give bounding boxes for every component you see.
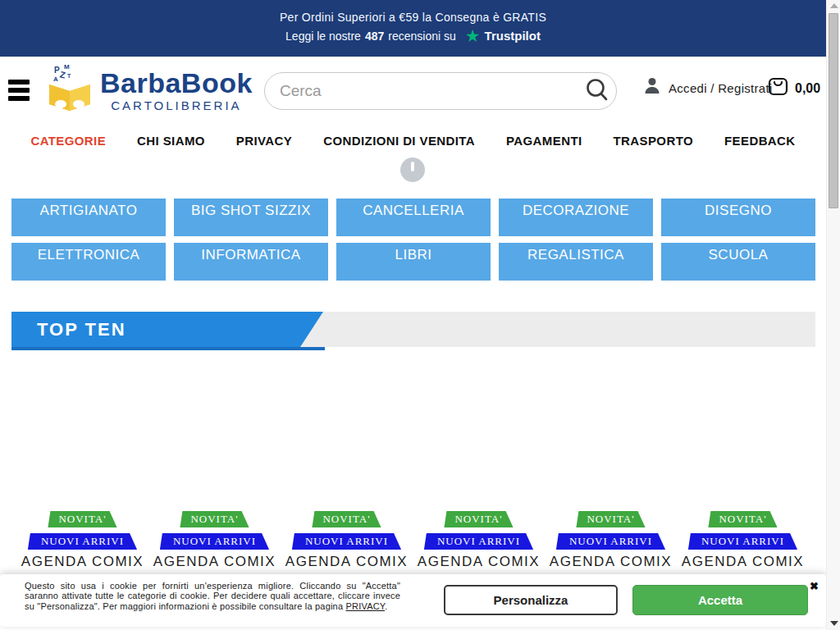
reviews-suffix: recensioni su [388, 30, 456, 43]
cart-bag-icon [768, 76, 788, 100]
category-tile-artigianato[interactable]: ARTIGIANATO [11, 199, 166, 236]
reviews-count: 487 [365, 30, 384, 43]
nav-item-trasporto[interactable]: TRASPORTO [614, 134, 694, 148]
product-image [682, 361, 805, 509]
cookie-consent-bar: Questo sito usa i cookie per fornirti un… [0, 574, 826, 627]
badge-nuovi-arrivi: NUOVI ARRIVI [28, 533, 137, 550]
product-image [285, 361, 409, 509]
badge-nuovi-arrivi: NUOVI ARRIVI [688, 533, 797, 550]
badge-novita: NOVITA' [708, 511, 777, 527]
promo-text: Per Ordini Superiori a €59 la Consegna è… [0, 0, 826, 24]
product-card[interactable]: NOVITA' NUOVI ARRIVI AGENDA COMIX [413, 361, 545, 570]
section-title: TOP TEN [11, 319, 126, 340]
cookie-text: Questo sito usa i cookie per fornirti un… [25, 581, 400, 611]
category-tile-elettronica[interactable]: ELETTRONICA [11, 243, 166, 281]
top-ten-underline [11, 347, 325, 350]
search-bar [264, 72, 617, 110]
category-tile-disegno[interactable]: DISEGNO [661, 199, 815, 236]
privacy-link[interactable]: PRIVACY [346, 601, 385, 611]
cookie-text-period: . [385, 601, 387, 611]
svg-text:A: A [53, 75, 58, 83]
accept-button[interactable]: Accetta [632, 585, 808, 615]
product-title[interactable]: AGENDA COMIX [285, 554, 408, 570]
category-tile-decorazione[interactable]: DECORAZIONE [499, 199, 653, 236]
logo[interactable]: P M Z A T BarbaBook CA [43, 62, 253, 119]
scrollbar-thumb[interactable] [829, 13, 838, 208]
hamburger-menu-icon[interactable] [8, 80, 30, 101]
nav-item-condizioni-di-vendita[interactable]: CONDIZIONI DI VENDITA [323, 134, 475, 148]
product-image [550, 361, 673, 509]
product-card[interactable]: NOVITA' NUOVI ARRIVI AGENDA COMIX [148, 361, 281, 570]
user-icon [642, 76, 662, 99]
personalize-button[interactable]: Personalizza [444, 585, 618, 615]
badge-novita: NOVITA' [576, 511, 645, 527]
logo-title: BarbaBook [100, 68, 253, 98]
svg-text:P: P [54, 66, 60, 75]
badge-nuovi-arrivi: NUOVI ARRIVI [160, 533, 269, 550]
badge-novita: NOVITA' [312, 511, 381, 527]
cart-total: 0,00 [795, 81, 820, 96]
product-title[interactable]: AGENDA COMIX [21, 554, 144, 570]
product-title[interactable]: AGENDA COMIX [682, 554, 804, 570]
nav-item-feedback[interactable]: FEEDBACK [724, 134, 796, 148]
category-tile-cancelleria[interactable]: CANCELLERIA [336, 199, 491, 236]
product-card[interactable]: NOVITA' NUOVI ARRIVI AGENDA COMIX [677, 361, 809, 570]
category-tile-scuola[interactable]: SCUOLA [661, 243, 815, 281]
product-card[interactable]: NOVITA' NUOVI ARRIVI AGENDA COMIX [545, 361, 677, 570]
top-ten-ribbon: TOP TEN [11, 312, 323, 347]
cookie-text-body: Questo sito usa i cookie per fornirti un… [25, 581, 400, 611]
page: Per Ordini Superiori a €59 la Consegna è… [0, 0, 826, 630]
product-title[interactable]: AGENDA COMIX [153, 554, 276, 570]
top-ten-section-header: TOP TEN [11, 312, 815, 347]
category-tile-regalistica[interactable]: REGALISTICA [499, 243, 653, 281]
scroll-up-arrow-icon[interactable] [830, 3, 838, 8]
logo-book-icon: P M Z A T [43, 62, 97, 119]
nav-item-pagamenti[interactable]: PAGAMENTI [506, 134, 582, 148]
badge-nuovi-arrivi: NUOVI ARRIVI [556, 533, 665, 550]
category-tile-libri[interactable]: LIBRI [336, 243, 491, 281]
category-grid: ARTIGIANATO BIG SHOT SIZZIX CANCELLERIA … [11, 199, 815, 281]
category-tile-big-shot-sizzix[interactable]: BIG SHOT SIZZIX [174, 199, 328, 236]
product-image [418, 361, 541, 509]
logo-subtitle: CARTOLIBRERIA [100, 98, 253, 112]
nav-item-categorie[interactable]: CATEGORIE [30, 134, 106, 148]
badge-novita: NOVITA' [180, 511, 249, 527]
trustpilot-star-icon: ★ [465, 30, 481, 42]
category-tile-informatica[interactable]: INFORMATICA [174, 243, 328, 281]
product-card[interactable]: NOVITA' NUOVI ARRIVI AGENDA COMIX [16, 361, 148, 570]
trustpilot-row[interactable]: Leggi le nostre 487 recensioni su ★ Trus… [0, 29, 826, 43]
product-image [21, 361, 144, 509]
loading-spinner-icon [400, 158, 425, 182]
main-nav: CATEGORIE CHI SIAMO PRIVACY CONDIZIONI D… [0, 123, 826, 158]
trustpilot-label: Trustpilot [485, 29, 541, 43]
badge-novita: NOVITA' [444, 511, 513, 527]
svg-text:T: T [67, 73, 71, 79]
cart[interactable]: 0,00 [768, 76, 820, 100]
product-image [153, 361, 276, 509]
promo-banner: Per Ordini Superiori a €59 la Consegna è… [0, 0, 826, 57]
search-icon[interactable] [578, 72, 616, 110]
product-card[interactable]: NOVITA' NUOVI ARRIVI AGENDA COMIX [281, 361, 413, 570]
nav-item-privacy[interactable]: PRIVACY [236, 134, 292, 148]
badge-novita: NOVITA' [48, 511, 116, 527]
svg-text:Z: Z [59, 70, 66, 80]
account-login[interactable]: Accedi / Registrati [642, 76, 773, 99]
search-input[interactable] [280, 82, 578, 100]
nav-item-chi-siamo[interactable]: CHI SIAMO [137, 134, 205, 148]
badge-nuovi-arrivi: NUOVI ARRIVI [424, 533, 533, 550]
vertical-scrollbar[interactable] [826, 0, 840, 630]
account-label: Accedi / Registrati [669, 81, 773, 95]
scroll-down-arrow-icon[interactable] [830, 621, 838, 626]
product-title[interactable]: AGENDA COMIX [418, 554, 540, 570]
badge-nuovi-arrivi: NUOVI ARRIVI [292, 533, 401, 550]
product-title[interactable]: AGENDA COMIX [550, 554, 672, 570]
header: P M Z A T BarbaBook CA [0, 57, 826, 123]
close-icon[interactable]: ✖ [810, 580, 819, 592]
reviews-prefix: Leggi le nostre [285, 30, 361, 43]
product-grid: NOVITA' NUOVI ARRIVI AGENDA COMIX NOVITA… [16, 361, 810, 570]
